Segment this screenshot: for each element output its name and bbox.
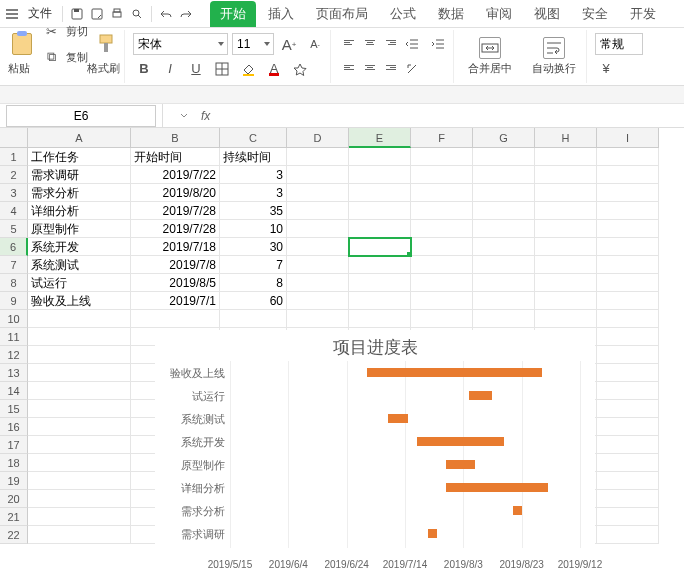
cell-A22[interactable] xyxy=(28,526,131,544)
cell-D5[interactable] xyxy=(287,220,349,238)
decrease-indent-button[interactable] xyxy=(401,33,423,55)
bold-button[interactable]: B xyxy=(133,58,155,80)
cell-G6[interactable] xyxy=(473,238,535,256)
effects-button[interactable] xyxy=(289,58,311,80)
gantt-chart[interactable]: 项目进度表 2019/5/152019/6/42019/6/242019/7/1… xyxy=(155,330,595,585)
wrap-text-button[interactable]: 自动换行 xyxy=(526,35,582,78)
align-top-center-button[interactable] xyxy=(359,33,381,55)
column-header-F[interactable]: F xyxy=(411,128,473,148)
currency-button[interactable]: ¥ xyxy=(595,58,617,80)
cell-A13[interactable] xyxy=(28,364,131,382)
cell-D9[interactable] xyxy=(287,292,349,310)
row-header-7[interactable]: 7 xyxy=(0,256,28,274)
row-header-11[interactable]: 11 xyxy=(0,328,28,346)
cell-F6[interactable] xyxy=(411,238,473,256)
cell-B10[interactable] xyxy=(131,310,220,328)
cell-A17[interactable] xyxy=(28,436,131,454)
cell-E2[interactable] xyxy=(349,166,411,184)
column-header-C[interactable]: C xyxy=(220,128,287,148)
bar-需求分析[interactable] xyxy=(513,506,522,515)
bar-系统测试[interactable] xyxy=(388,414,408,423)
row-header-22[interactable]: 22 xyxy=(0,526,28,544)
cell-H8[interactable] xyxy=(535,274,597,292)
row-header-8[interactable]: 8 xyxy=(0,274,28,292)
cell-B4[interactable]: 2019/7/28 xyxy=(131,202,220,220)
column-header-G[interactable]: G xyxy=(473,128,535,148)
cell-A19[interactable] xyxy=(28,472,131,490)
fx-icon[interactable]: fx xyxy=(201,109,210,123)
cell-C7[interactable]: 7 xyxy=(220,256,287,274)
align-right-button[interactable] xyxy=(379,58,401,80)
cell-H10[interactable] xyxy=(535,310,597,328)
cell-I22[interactable] xyxy=(597,526,659,544)
cell-B8[interactable]: 2019/8/5 xyxy=(131,274,220,292)
cell-F7[interactable] xyxy=(411,256,473,274)
align-top-left-button[interactable] xyxy=(339,33,361,55)
cell-G3[interactable] xyxy=(473,184,535,202)
print-icon[interactable] xyxy=(109,6,125,22)
save-as-icon[interactable] xyxy=(89,6,105,22)
cell-G7[interactable] xyxy=(473,256,535,274)
cell-H9[interactable] xyxy=(535,292,597,310)
cell-F8[interactable] xyxy=(411,274,473,292)
cell-H4[interactable] xyxy=(535,202,597,220)
underline-button[interactable]: U xyxy=(185,58,207,80)
row-header-15[interactable]: 15 xyxy=(0,400,28,418)
row-header-9[interactable]: 9 xyxy=(0,292,28,310)
cell-G9[interactable] xyxy=(473,292,535,310)
cell-I9[interactable] xyxy=(597,292,659,310)
cell-E5[interactable] xyxy=(349,220,411,238)
cell-A10[interactable] xyxy=(28,310,131,328)
cell-F5[interactable] xyxy=(411,220,473,238)
cell-I15[interactable] xyxy=(597,400,659,418)
row-header-14[interactable]: 14 xyxy=(0,382,28,400)
borders-button[interactable] xyxy=(211,58,233,80)
cell-D4[interactable] xyxy=(287,202,349,220)
cell-I10[interactable] xyxy=(597,310,659,328)
cell-C4[interactable]: 35 xyxy=(220,202,287,220)
cell-I3[interactable] xyxy=(597,184,659,202)
cell-A18[interactable] xyxy=(28,454,131,472)
grow-font-button[interactable]: A+ xyxy=(278,33,300,55)
cell-I1[interactable] xyxy=(597,148,659,166)
cell-C2[interactable]: 3 xyxy=(220,166,287,184)
cell-B7[interactable]: 2019/7/8 xyxy=(131,256,220,274)
cell-I11[interactable] xyxy=(597,328,659,346)
cell-G1[interactable] xyxy=(473,148,535,166)
cell-E1[interactable] xyxy=(349,148,411,166)
cell-B2[interactable]: 2019/7/22 xyxy=(131,166,220,184)
cell-A4[interactable]: 详细分析 xyxy=(28,202,131,220)
tab-data[interactable]: 数据 xyxy=(428,1,474,27)
align-top-right-button[interactable] xyxy=(379,33,401,55)
row-header-3[interactable]: 3 xyxy=(0,184,28,202)
cell-I4[interactable] xyxy=(597,202,659,220)
cell-D2[interactable] xyxy=(287,166,349,184)
tab-insert[interactable]: 插入 xyxy=(258,1,304,27)
cell-I6[interactable] xyxy=(597,238,659,256)
paste-button[interactable] xyxy=(8,31,36,57)
row-header-10[interactable]: 10 xyxy=(0,310,28,328)
cell-I19[interactable] xyxy=(597,472,659,490)
column-header-D[interactable]: D xyxy=(287,128,349,148)
tab-start[interactable]: 开始 xyxy=(210,1,256,27)
cell-F1[interactable] xyxy=(411,148,473,166)
cell-E4[interactable] xyxy=(349,202,411,220)
cell-I12[interactable] xyxy=(597,346,659,364)
cell-I16[interactable] xyxy=(597,418,659,436)
cell-I5[interactable] xyxy=(597,220,659,238)
bar-原型制作[interactable] xyxy=(446,460,475,469)
row-header-13[interactable]: 13 xyxy=(0,364,28,382)
cell-D6[interactable] xyxy=(287,238,349,256)
align-center-button[interactable] xyxy=(359,58,381,80)
hamburger-icon[interactable] xyxy=(4,6,20,22)
bar-验收及上线[interactable] xyxy=(367,368,542,377)
cell-C1[interactable]: 持续时间 xyxy=(220,148,287,166)
cell-D3[interactable] xyxy=(287,184,349,202)
row-header-5[interactable]: 5 xyxy=(0,220,28,238)
tab-security[interactable]: 安全 xyxy=(572,1,618,27)
cell-H2[interactable] xyxy=(535,166,597,184)
row-header-21[interactable]: 21 xyxy=(0,508,28,526)
row-header-4[interactable]: 4 xyxy=(0,202,28,220)
cell-A9[interactable]: 验收及上线 xyxy=(28,292,131,310)
bar-需求调研[interactable] xyxy=(428,529,437,538)
